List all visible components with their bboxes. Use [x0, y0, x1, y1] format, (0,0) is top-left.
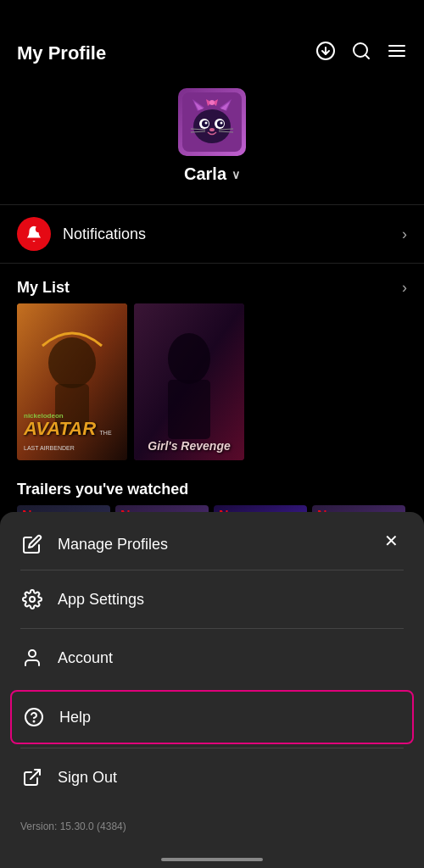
svg-point-29: [48, 337, 96, 388]
close-button[interactable]: ✕: [378, 528, 404, 554]
svg-point-19: [209, 128, 215, 131]
sign-out-label: Sign Out: [58, 769, 117, 787]
notification-bell-icon: [17, 217, 51, 251]
manage-profiles-item[interactable]: Manage Profiles ✕: [0, 512, 424, 570]
svg-point-13: [205, 122, 208, 125]
list-item[interactable]: nickelodeon AVATAR THE LAST AIRBENDER: [17, 303, 127, 460]
bottom-sheet: Manage Profiles ✕ App Settings Account: [0, 512, 424, 868]
trailers-title: Trailers you've watched: [17, 481, 188, 498]
header-icons: [315, 41, 407, 66]
svg-point-8: [193, 109, 231, 143]
profile-section: Carla ∨: [0, 80, 424, 198]
svg-point-27: [36, 226, 42, 232]
gear-icon: [20, 587, 44, 611]
notif-left: Notifications: [17, 217, 146, 251]
svg-point-14: [220, 122, 223, 125]
menu-icon[interactable]: [387, 41, 407, 66]
svg-line-38: [31, 770, 40, 779]
my-list-header[interactable]: My List ›: [0, 270, 424, 303]
help-item[interactable]: Help: [10, 690, 414, 744]
help-icon: [22, 705, 46, 729]
home-indicator: [161, 858, 263, 861]
app-settings-label: App Settings: [58, 591, 144, 609]
notifications-chevron-icon: ›: [402, 225, 407, 243]
search-icon[interactable]: [351, 41, 371, 66]
my-list-title: My List: [17, 279, 70, 297]
sign-out-item[interactable]: Sign Out: [0, 748, 424, 806]
svg-point-26: [209, 100, 215, 105]
trailers-header: Trailers you've watched: [0, 472, 424, 505]
svg-point-35: [29, 650, 36, 657]
app-settings-item[interactable]: App Settings: [0, 570, 424, 628]
svg-point-34: [30, 597, 35, 602]
svg-rect-33: [168, 380, 210, 439]
external-link-icon: [20, 765, 44, 789]
download-icon[interactable]: [315, 41, 336, 66]
account-label: Account: [58, 649, 113, 667]
page-title: My Profile: [17, 42, 106, 64]
account-item[interactable]: Account: [0, 629, 424, 687]
profile-name[interactable]: Carla ∨: [184, 164, 240, 184]
list-item[interactable]: Girl's Revenge: [134, 303, 244, 460]
person-icon: [20, 646, 44, 670]
notifications-row[interactable]: Notifications ›: [0, 204, 424, 264]
my-list-chevron-icon: ›: [402, 279, 407, 297]
avatar[interactable]: [178, 88, 246, 156]
version-text: Version: 15.30.0 (4384): [0, 810, 147, 843]
help-label: Help: [59, 709, 91, 726]
manage-profiles-label: Manage Profiles: [58, 536, 168, 554]
svg-line-3: [365, 55, 369, 58]
profile-chevron-icon: ∨: [232, 168, 240, 181]
svg-point-32: [168, 333, 210, 384]
pencil-icon: [20, 532, 44, 556]
app-header: My Profile: [0, 0, 424, 80]
notifications-label: Notifications: [63, 225, 146, 243]
my-list-row: nickelodeon AVATAR THE LAST AIRBENDER: [0, 303, 424, 460]
